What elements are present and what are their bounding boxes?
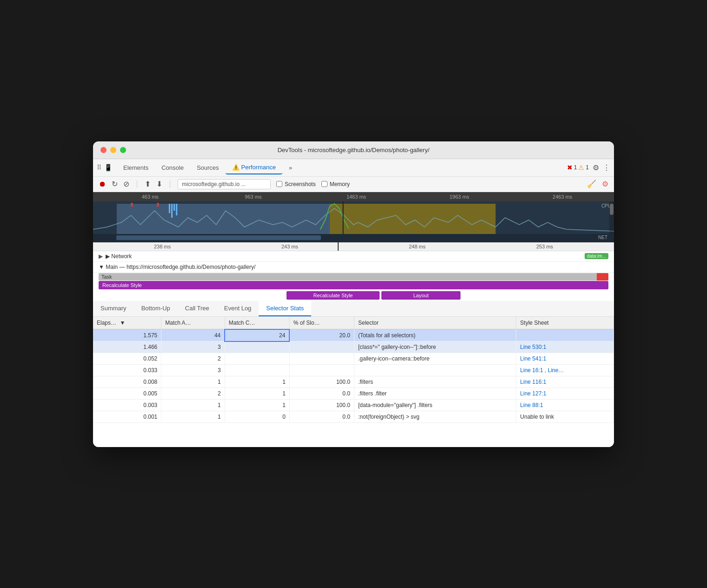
timeline-ruler: 463 ms 963 ms 1463 ms 1963 ms 2463 ms: [93, 192, 614, 201]
more-icon[interactable]: ⋮: [603, 163, 610, 172]
table-row[interactable]: 0.003 1 1 100.0 [data-module="gallery"] …: [93, 400, 614, 411]
tabs-container: Elements Console Sources ⚠️ Performance …: [117, 161, 566, 174]
col-match-c[interactable]: Match C…: [225, 317, 289, 329]
tab-bottom-up[interactable]: Bottom-Up: [134, 301, 178, 316]
tab-elements[interactable]: Elements: [117, 161, 155, 174]
ms-253: 253 ms: [481, 244, 608, 249]
svg-rect-7: [171, 204, 173, 218]
table-row[interactable]: 0.052 2 .gallery-icon--camera::before Li…: [93, 353, 614, 365]
error-count: 1: [574, 164, 577, 171]
table-row[interactable]: 0.005 2 1 0.0 .filters .filter Line 127:…: [93, 388, 614, 400]
flame-recalc-bar[interactable]: Recalculate Style: [287, 291, 380, 300]
ms-248: 248 ms: [354, 244, 481, 249]
screenshots-checkbox[interactable]: [276, 181, 282, 187]
link-2[interactable]: Line 541:1: [520, 355, 546, 362]
error-group: ✖ 1 ⚠ 1: [567, 164, 589, 171]
toolbar-right: ✖ 1 ⚠ 1 ⚙ ⋮: [567, 163, 610, 172]
upload-icon[interactable]: ⬆: [145, 180, 151, 188]
tab-selector-stats[interactable]: Selector Stats: [259, 301, 311, 316]
cell-matcha-6: 1: [161, 400, 225, 411]
cell-elapsed-0: 1.575: [93, 329, 161, 341]
cell-pct-3: [289, 365, 354, 376]
cell-matcha-2: 2: [161, 353, 225, 365]
cell-pct-6: 100.0: [289, 400, 354, 411]
bottom-tabs-bar: Summary Bottom-Up Call Tree Event Log Se…: [93, 301, 614, 317]
devtools-icon[interactable]: ⠿: [97, 164, 101, 171]
cell-selector-0: (Totals for all selectors): [354, 329, 516, 341]
col-match-a[interactable]: Match A…: [161, 317, 225, 329]
task-row: Task: [99, 273, 608, 281]
net-label: NET: [598, 235, 607, 240]
table-wrapper[interactable]: Elaps… ▼ Match A… Match C… % of Slo… Sel…: [93, 317, 614, 447]
svg-rect-5: [157, 203, 159, 207]
net-graph: NET: [93, 234, 614, 242]
table-row[interactable]: 1.466 3 [class*=" gallery-icon--"]::befo…: [93, 341, 614, 353]
cell-pct-7: 0.0: [289, 411, 354, 423]
tab-summary[interactable]: Summary: [93, 301, 134, 316]
tab-sources[interactable]: Sources: [190, 161, 226, 174]
tab-more[interactable]: »: [282, 161, 299, 174]
cleanup-icon[interactable]: 🧹: [587, 180, 596, 188]
clear-icon[interactable]: ⊘: [123, 180, 129, 188]
table-row[interactable]: 1.575 44 24 20.0 (Totals for all selecto…: [93, 329, 614, 341]
warn-count: 1: [586, 164, 589, 171]
task-bar[interactable]: Task: [99, 273, 608, 281]
table-row[interactable]: 0.033 3 Line 16:1 , Line…: [93, 365, 614, 376]
refresh-icon[interactable]: ↻: [112, 180, 118, 188]
cell-pct-1: [289, 341, 354, 353]
record-icon[interactable]: ⏺: [99, 180, 106, 188]
flame-inner-row: Recalculate Style Layout: [93, 290, 614, 301]
device-icon[interactable]: 📱: [104, 164, 112, 171]
memory-checkbox[interactable]: [321, 181, 327, 187]
cpu-chart-svg: [93, 201, 614, 234]
cell-sheet-4: Line 116:1: [516, 376, 614, 388]
secondary-toolbar: ⏺ ↻ ⊘ ⬆ ⬇ microsoftedge.github.io ... Sc…: [93, 177, 614, 192]
cell-matcha-7: 1: [161, 411, 225, 423]
cell-sheet-1: Line 530:1: [516, 341, 614, 353]
link-6[interactable]: Line 88:1: [520, 402, 543, 408]
mark-1963: 1963 ms: [408, 194, 511, 200]
cell-matchc-0: 24: [225, 329, 289, 341]
table-row[interactable]: 0.001 1 0 0.0 :not(foreignObject) > svg …: [93, 411, 614, 423]
minimize-button[interactable]: [110, 147, 116, 153]
main-row: ▼ Main — https://microsoftedge.github.io…: [93, 262, 614, 273]
scrollbar-cpu[interactable]: [609, 201, 614, 234]
link-4[interactable]: Line 116:1: [520, 379, 546, 385]
tab-console[interactable]: Console: [155, 161, 190, 174]
tab-performance[interactable]: ⚠️ Performance: [226, 161, 282, 174]
ms-243: 243 ms: [226, 244, 354, 249]
download-icon[interactable]: ⬇: [156, 180, 162, 188]
col-selector[interactable]: Selector: [354, 317, 516, 329]
col-elapsed[interactable]: Elaps… ▼: [93, 317, 161, 329]
link-3[interactable]: Line 16:1 , Line…: [520, 367, 564, 374]
maximize-button[interactable]: [120, 147, 126, 153]
col-stylesheet[interactable]: Style Sheet: [516, 317, 614, 329]
cell-sheet-2: Line 541:1: [516, 353, 614, 365]
settings-icon[interactable]: ⚙: [593, 163, 599, 172]
tab-event-log[interactable]: Event Log: [217, 301, 259, 316]
svg-rect-8: [173, 204, 175, 211]
link-1[interactable]: Line 530:1: [520, 344, 546, 350]
tab-call-tree[interactable]: Call Tree: [178, 301, 217, 316]
cell-elapsed-1: 1.466: [93, 341, 161, 353]
recalc-full-bar[interactable]: Recalculate Style: [99, 281, 608, 289]
cell-matchc-7: 0: [225, 411, 289, 423]
cell-pct-0: 20.0: [289, 329, 354, 341]
cell-matcha-1: 3: [161, 341, 225, 353]
cell-elapsed-2: 0.052: [93, 353, 161, 365]
close-button[interactable]: [100, 147, 107, 153]
cell-selector-3: [354, 365, 516, 376]
mark-2463: 2463 ms: [511, 194, 614, 200]
cell-selector-7: :not(foreignObject) > svg: [354, 411, 516, 423]
cpu-graph: CPU: [93, 201, 614, 234]
perf-settings-icon[interactable]: ⚙: [602, 180, 608, 188]
cursor-line: [338, 242, 339, 251]
cell-selector-1: [class*=" gallery-icon--"]::before: [354, 341, 516, 353]
link-5[interactable]: Line 127:1: [520, 390, 546, 397]
flame-layout-bar[interactable]: Layout: [381, 291, 460, 300]
warning-icon: ⚠️: [232, 164, 240, 171]
table-row[interactable]: 0.008 1 1 100.0 .filters Line 116:1: [93, 376, 614, 388]
col-pct[interactable]: % of Slo…: [289, 317, 354, 329]
network-arrow[interactable]: ▶: [99, 253, 103, 260]
warn-icon: ⚠: [578, 164, 584, 171]
